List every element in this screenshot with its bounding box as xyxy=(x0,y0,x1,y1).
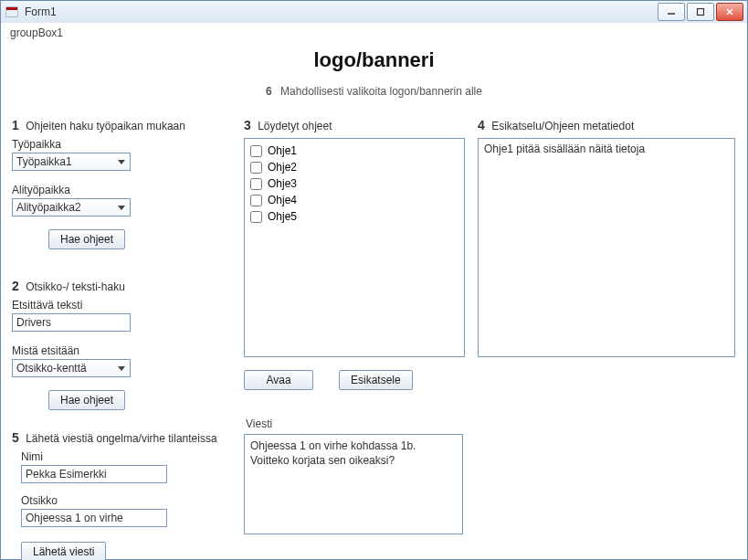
svg-rect-2 xyxy=(6,10,17,16)
preview-button[interactable]: Esikatsele xyxy=(339,370,413,390)
maximize-button[interactable] xyxy=(687,3,714,21)
section6-text: Mahdollisesti valikoita logon/bannerin a… xyxy=(280,85,482,98)
section6-number: 6 xyxy=(266,85,272,98)
workplace-combo[interactable]: Työpaikka1 xyxy=(12,153,131,171)
searchtext-label: Etsittävä teksti xyxy=(12,299,222,312)
searchtext-input[interactable]: Drivers xyxy=(12,313,131,332)
section4-title: 4 Esikatselu/Ohjeen metatiedot xyxy=(478,118,735,132)
message-label: Viesti xyxy=(246,417,465,430)
svg-rect-4 xyxy=(698,9,704,16)
open-button[interactable]: Avaa xyxy=(244,370,313,390)
section2-title: 2 Otsikko-/ teksti-haku xyxy=(12,279,222,293)
close-button[interactable] xyxy=(716,3,743,21)
name-label: Nimi xyxy=(21,450,222,463)
send-button[interactable]: Lähetä viesti xyxy=(21,542,106,560)
preview-box: Ohje1 pitää sisällään näitä tietoja xyxy=(478,138,735,357)
banner-subtitle: 6 Mahdollisesti valikoita logon/bannerin… xyxy=(1,85,747,98)
window-frame: Form1 groupBox1 logo/banneri 6 Mahdollis… xyxy=(0,0,748,560)
list-checkbox[interactable] xyxy=(250,211,262,223)
section3-title: 3 Löydetyt ohjeet xyxy=(244,118,465,132)
workplace-label: Työpaikka xyxy=(12,138,222,151)
content-area: groupBox1 logo/banneri 6 Mahdollisesti v… xyxy=(1,23,747,559)
searchfrom-label: Mistä etsitään xyxy=(12,344,222,357)
list-item[interactable]: Ohje1 xyxy=(248,143,460,159)
app-icon xyxy=(5,5,19,19)
fetch-button-1[interactable]: Hae ohjeet xyxy=(48,229,125,249)
list-item[interactable]: Ohje5 xyxy=(248,208,460,225)
titlebar: Form1 xyxy=(1,1,747,24)
subject-input[interactable]: Ohjeessa 1 on virhe xyxy=(21,509,167,527)
list-checkbox[interactable] xyxy=(250,178,262,190)
svg-rect-1 xyxy=(6,7,17,10)
subworkplace-combo[interactable]: Alityöpaikka2 xyxy=(12,198,131,217)
list-checkbox[interactable] xyxy=(250,145,262,157)
section1-title: 1 Ohjeiten haku työpaikan mukaan xyxy=(12,118,222,132)
minimize-button[interactable] xyxy=(658,3,685,21)
list-item[interactable]: Ohje4 xyxy=(248,192,460,208)
results-listbox[interactable]: Ohje1 Ohje2 Ohje3 Ohje4 Ohje5 xyxy=(244,138,465,357)
banner-title: logo/banneri xyxy=(1,48,747,72)
name-input[interactable]: Pekka Esimerkki xyxy=(21,465,167,483)
message-textarea[interactable]: Ohjeessa 1 on virhe kohdassa 1b. Voittek… xyxy=(244,434,463,534)
list-item[interactable]: Ohje2 xyxy=(248,159,460,175)
window-title: Form1 xyxy=(25,5,57,18)
groupbox-label: groupBox1 xyxy=(10,26,63,39)
section5-title: 5 Lähetä viestiä ongelma/virhe tilanteis… xyxy=(12,430,222,445)
subworkplace-label: Alityöpaikka xyxy=(12,184,222,196)
subject-label: Otsikko xyxy=(21,494,222,507)
list-item[interactable]: Ohje3 xyxy=(248,175,460,192)
list-checkbox[interactable] xyxy=(250,162,262,174)
window-buttons xyxy=(658,3,743,21)
searchfrom-combo[interactable]: Otsikko-kenttä xyxy=(12,359,131,377)
fetch-button-2[interactable]: Hae ohjeet xyxy=(48,390,125,410)
list-checkbox[interactable] xyxy=(250,195,262,206)
